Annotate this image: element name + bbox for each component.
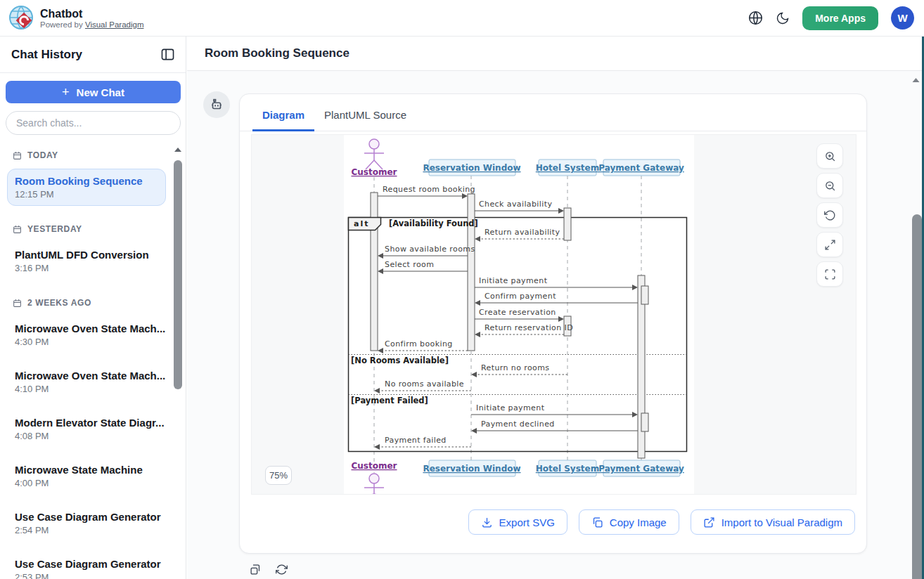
- chat-item-plantuml-dfd[interactable]: PlantUML DFD Conversion 3:16 PM: [7, 242, 166, 280]
- zoom-out-button[interactable]: [816, 173, 843, 198]
- new-chat-button[interactable]: + New Chat: [6, 81, 181, 103]
- sequence-diagram-canvas: Request room booking Check availability …: [344, 135, 694, 495]
- refresh-icon: [276, 564, 288, 575]
- fit-screen-button[interactable]: [816, 232, 843, 257]
- expand-arrows-icon: [824, 239, 836, 251]
- guard-no-rooms: [No Rooms Available]: [351, 356, 449, 365]
- chat-item-use-case-1[interactable]: Use Case Diagram Generator 2:54 PM: [7, 505, 166, 542]
- fullscreen-brackets-icon: [824, 268, 836, 280]
- alt-operator-label: alt: [354, 219, 369, 228]
- diagram-card: Diagram PlantUML Source: [239, 93, 867, 554]
- message-label: Return availability: [485, 228, 560, 237]
- chat-item-room-booking-sequence[interactable]: Room Booking Sequence 12:15 PM: [7, 169, 166, 206]
- diagram-viewport: Request room booking Check availability …: [251, 134, 856, 495]
- calendar-icon: [13, 299, 22, 308]
- user-avatar[interactable]: W: [891, 6, 914, 30]
- reset-view-button[interactable]: [816, 202, 843, 228]
- message-label: Check availability: [479, 200, 552, 209]
- page-title: Room Booking Sequence: [205, 46, 349, 60]
- chat-history-sidebar: Chat History + New Chat TODAY Room Booki…: [0, 37, 186, 579]
- message-label: Return no rooms: [481, 363, 549, 372]
- powered-by: Powered by Visual Paradigm: [40, 20, 143, 29]
- tab-plantuml-source[interactable]: PlantUML Source: [314, 109, 416, 131]
- main-content: Diagram PlantUML Source: [187, 71, 924, 579]
- sidebar-title: Chat History: [11, 48, 82, 62]
- zoom-out-icon: [824, 180, 836, 192]
- app-header: Chatbot Powered by Visual Paradigm More …: [0, 0, 924, 37]
- collapse-sidebar-button[interactable]: [161, 48, 174, 60]
- visual-paradigm-logo-icon: [8, 5, 34, 31]
- actor-customer-label-bottom[interactable]: Customer: [351, 461, 397, 471]
- calendar-icon: [13, 225, 22, 234]
- regenerate-button[interactable]: [276, 564, 288, 575]
- message-label: Show available rooms: [385, 245, 475, 254]
- participant-label-payment-gateway[interactable]: Payment Gateway: [598, 464, 684, 474]
- chat-list: TODAY Room Booking Sequence 12:15 PM YES…: [0, 141, 173, 579]
- main-titlebar: Room Booking Sequence: [187, 37, 924, 71]
- page-scrollbar-thumb[interactable]: [912, 214, 922, 579]
- participant-label-reservation-window[interactable]: Reservation Window: [423, 464, 520, 474]
- participant-label-hotel-system[interactable]: Hotel System: [536, 464, 599, 474]
- message-label: Create reservation: [479, 308, 556, 317]
- chat-item-microwave-oven-2[interactable]: Microwave Oven State Mach... 4:10 PM: [7, 363, 166, 401]
- copy-image-button[interactable]: Copy Image: [579, 509, 679, 535]
- chat-group-header-today: TODAY: [7, 150, 166, 160]
- rotate-ccw-icon: [824, 209, 836, 221]
- tab-diagram[interactable]: Diagram: [252, 109, 314, 131]
- chat-group-header-2-weeks: 2 WEEKS AGO: [7, 298, 166, 308]
- diagram-actions: Export SVG Copy Image Import to Visual P…: [468, 509, 855, 535]
- message-label: Confirm booking: [385, 339, 453, 349]
- sidebar-scroll-up-arrow[interactable]: [174, 145, 182, 154]
- tab-bar: Diagram PlantUML Source: [240, 94, 866, 131]
- import-to-visual-paradigm-button[interactable]: Import to Visual Paradigm: [691, 509, 855, 535]
- participant-label-reservation-window[interactable]: Reservation Window: [423, 163, 520, 173]
- message-label: Return reservation ID: [485, 323, 573, 332]
- diagram-zoom-controls: [816, 143, 843, 287]
- zoom-in-icon: [824, 150, 836, 162]
- robot-icon: [209, 97, 224, 112]
- visual-paradigm-link[interactable]: Visual Paradigm: [85, 20, 144, 29]
- copy-message-button[interactable]: [250, 564, 262, 575]
- message-label: Request room booking: [383, 185, 475, 194]
- external-link-icon: [703, 516, 715, 528]
- chat-item-modern-elevator[interactable]: Modern Elevator State Diagr... 4:08 PM: [7, 410, 166, 448]
- moon-icon: [776, 11, 790, 25]
- dark-mode-button[interactable]: [776, 11, 790, 25]
- copy-icon: [250, 564, 262, 575]
- zoom-in-button[interactable]: [816, 143, 843, 169]
- actor-customer-figure-top: [364, 139, 384, 169]
- message-label: Payment declined: [481, 419, 555, 429]
- message-label: Initiate payment: [479, 276, 548, 285]
- actor-customer-figure-bottom: [364, 474, 384, 495]
- participant-label-hotel-system[interactable]: Hotel System: [536, 163, 599, 173]
- copy-icon: [591, 516, 603, 528]
- chat-item-use-case-2[interactable]: Use Case Diagram Generator 2:53 PM: [7, 552, 166, 579]
- chat-item-microwave-oven-1[interactable]: Microwave Oven State Mach... 4:30 PM: [7, 316, 166, 353]
- calendar-icon: [13, 151, 22, 160]
- chat-item-microwave-state-machine[interactable]: Microwave State Machine 4:00 PM: [7, 457, 166, 495]
- new-chat-label: New Chat: [77, 86, 124, 98]
- fullscreen-button[interactable]: [816, 261, 843, 287]
- participants-top: Reservation Window Hotel System Payment …: [423, 160, 684, 176]
- bot-avatar: [203, 91, 230, 118]
- panel-toggle-icon: [161, 48, 174, 60]
- language-globe-button[interactable]: [748, 11, 763, 25]
- message-toolbar: [250, 564, 288, 575]
- guard-availability-found: [Availability Found]: [389, 219, 478, 228]
- more-apps-button[interactable]: More Apps: [802, 6, 878, 30]
- message-label: No rooms available: [385, 379, 464, 389]
- message-label: Payment failed: [385, 436, 447, 445]
- download-icon: [481, 516, 493, 528]
- export-svg-button[interactable]: Export SVG: [468, 509, 567, 535]
- globe-icon: [748, 11, 763, 25]
- sidebar-scrollbar-thumb[interactable]: [174, 160, 182, 389]
- message-label: Confirm payment: [485, 292, 556, 301]
- actor-customer-label-top[interactable]: Customer: [351, 167, 397, 177]
- plus-icon: +: [62, 85, 70, 100]
- app-title: Chatbot: [40, 8, 143, 20]
- chat-group-header-yesterday: YESTERDAY: [7, 224, 166, 234]
- search-chats-input[interactable]: [6, 111, 181, 135]
- message-label: Initiate payment: [476, 403, 545, 412]
- participant-label-payment-gateway[interactable]: Payment Gateway: [598, 163, 684, 173]
- page-scroll-up-arrow[interactable]: [911, 76, 920, 84]
